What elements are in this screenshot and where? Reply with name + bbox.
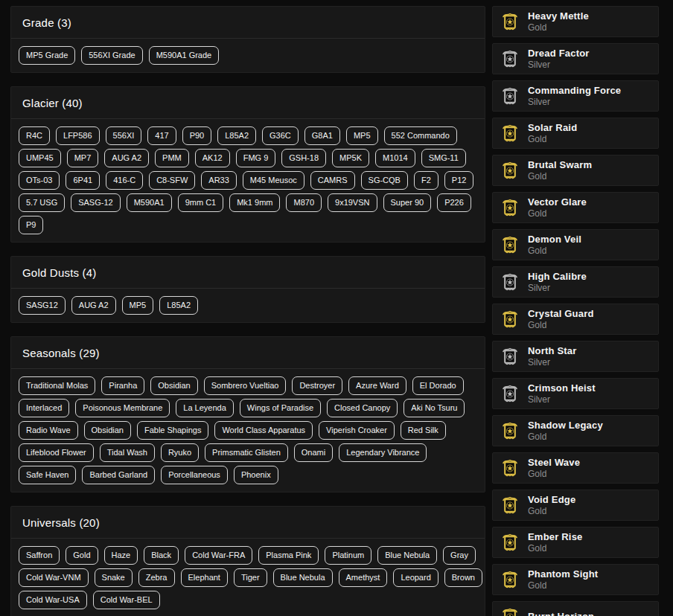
filter-chip[interactable]: Zebra [138, 568, 175, 587]
season-list-item[interactable]: Vector Glare Gold [492, 192, 659, 223]
filter-chip[interactable]: Black [144, 546, 179, 565]
filter-chip[interactable]: Wings of Paradise [240, 399, 321, 417]
filter-chip[interactable]: OTs-03 [19, 171, 60, 190]
filter-chip[interactable]: Blue Nebula [273, 568, 333, 587]
filter-chip[interactable]: Sombrero Vueltiao [204, 376, 287, 395]
filter-chip[interactable]: Piranha [101, 376, 144, 395]
filter-chip[interactable]: P12 [444, 171, 474, 190]
filter-chip[interactable]: M45 Meusoc [243, 171, 304, 190]
filter-chip[interactable]: Haze [104, 546, 138, 565]
filter-chip[interactable]: M590A1 [127, 193, 172, 212]
season-list-item[interactable]: Burnt Horizon [492, 601, 659, 616]
filter-chip[interactable]: 5.7 USG [19, 193, 65, 212]
season-list-item[interactable]: Phantom Sight Gold [492, 564, 659, 595]
filter-chip[interactable]: Blue Nebula [377, 546, 437, 565]
filter-chip[interactable]: Safe Haven [19, 466, 76, 484]
filter-chip[interactable]: Onami [294, 443, 333, 462]
filter-chip[interactable]: G36C [262, 126, 299, 145]
season-list-item[interactable]: Crystal Guard Gold [492, 304, 659, 335]
filter-chip[interactable]: G8A1 [304, 126, 340, 145]
filter-chip[interactable]: MP5 [346, 126, 378, 145]
filter-chip[interactable]: Primsmatic Glisten [205, 443, 288, 462]
filter-chip[interactable]: Poisonous Membrane [75, 399, 170, 417]
filter-chip[interactable]: CAMRS [310, 171, 355, 190]
filter-chip[interactable]: 552 Commando [384, 126, 457, 145]
filter-chip[interactable]: Legendary Vibrance [339, 443, 427, 462]
filter-chip[interactable]: Saffron [19, 546, 60, 565]
filter-chip[interactable]: L85A2 [217, 126, 256, 145]
filter-chip[interactable]: Plasma Pink [258, 546, 319, 565]
season-list-item[interactable]: Heavy Mettle Gold [492, 6, 659, 37]
filter-chip[interactable]: UMP45 [19, 149, 61, 167]
season-list-item[interactable]: Ember Rise Gold [492, 527, 659, 558]
filter-chip[interactable]: Leopard [393, 568, 438, 587]
season-list-item[interactable]: Crimson Heist Silver [492, 378, 659, 409]
filter-chip[interactable]: M870 [286, 193, 322, 212]
filter-chip[interactable]: El Dorado [412, 376, 464, 395]
filter-chip[interactable]: Lifeblood Flower [19, 443, 94, 462]
filter-chip[interactable]: M590A1 Grade [149, 46, 220, 65]
season-list-item[interactable]: Solar Raid Gold [492, 118, 659, 149]
filter-chip[interactable]: Ryuko [161, 443, 199, 462]
filter-chip[interactable]: AK12 [195, 149, 230, 167]
filter-chip[interactable]: R4C [19, 126, 50, 145]
filter-chip[interactable]: Cold War-BEL [93, 591, 160, 609]
filter-chip[interactable]: L85A2 [159, 296, 198, 315]
filter-chip[interactable]: M1014 [375, 149, 415, 167]
season-list-item[interactable]: Steel Wave Gold [492, 452, 659, 484]
filter-chip[interactable]: SMG-11 [421, 149, 466, 167]
filter-chip[interactable]: Cold War-FRA [185, 546, 252, 565]
filter-chip[interactable]: Barbed Garland [82, 466, 155, 484]
filter-chip[interactable]: PMM [155, 149, 189, 167]
filter-chip[interactable]: 556XI Grade [81, 46, 142, 65]
filter-chip[interactable]: Elephant [181, 568, 228, 587]
season-list-item[interactable]: Brutal Swarm Gold [492, 155, 659, 186]
filter-chip[interactable]: Azure Ward [348, 376, 406, 395]
filter-chip[interactable]: P226 [437, 193, 471, 212]
season-list-item[interactable]: Commanding Force Silver [492, 80, 659, 112]
filter-chip[interactable]: Phoenix [234, 466, 278, 484]
filter-chip[interactable]: Cold War-VNM [19, 568, 89, 587]
filter-chip[interactable]: 417 [147, 126, 176, 145]
filter-chip[interactable]: 9x19VSN [328, 193, 377, 212]
filter-chip[interactable]: LFP586 [56, 126, 100, 145]
filter-chip[interactable]: Aki No Tsuru [404, 399, 465, 417]
filter-chip[interactable]: 556XI [106, 126, 142, 145]
filter-chip[interactable]: Radio Wave [19, 421, 78, 440]
filter-chip[interactable]: AUG A2 [71, 296, 116, 315]
filter-chip[interactable]: F2 [414, 171, 438, 190]
season-list-item[interactable]: Dread Factor Silver [492, 43, 659, 74]
filter-chip[interactable]: MP5 [122, 296, 154, 315]
filter-chip[interactable]: Gray [443, 546, 476, 565]
filter-chip[interactable]: Gold [66, 546, 98, 565]
filter-chip[interactable]: Red Silk [401, 421, 446, 440]
filter-chip[interactable]: 6P41 [66, 171, 100, 190]
filter-chip[interactable]: AUG A2 [104, 149, 149, 167]
filter-chip[interactable]: Snake [95, 568, 133, 587]
filter-chip[interactable]: Tiger [234, 568, 267, 587]
season-list-item[interactable]: High Calibre Silver [492, 266, 659, 298]
filter-chip[interactable]: SG-CQB [361, 171, 408, 190]
filter-chip[interactable]: P90 [182, 126, 212, 145]
season-list-item[interactable]: Void Edge Gold [492, 490, 659, 521]
filter-chip[interactable]: 9mm C1 [178, 193, 224, 212]
filter-chip[interactable]: Mk1 9mm [229, 193, 280, 212]
filter-chip[interactable]: MP7 [67, 149, 99, 167]
filter-chip[interactable]: MP5 Grade [19, 46, 75, 65]
filter-chip[interactable]: FMG 9 [236, 149, 276, 167]
filter-chip[interactable]: SASG12 [19, 296, 66, 315]
season-list-item[interactable]: Shadow Legacy Gold [492, 415, 659, 446]
filter-chip[interactable]: Closed Canopy [327, 399, 398, 417]
filter-chip[interactable]: Fable Shapings [137, 421, 208, 440]
filter-chip[interactable]: Destroyer [292, 376, 342, 395]
filter-chip[interactable]: Traditional Molas [19, 376, 95, 395]
filter-chip[interactable]: Porcellaneous [161, 466, 228, 484]
filter-chip[interactable]: World Class Apparatus [214, 421, 313, 440]
season-list-item[interactable]: North Star Silver [492, 341, 659, 372]
filter-chip[interactable]: Cold War-USA [19, 591, 87, 609]
filter-chip[interactable]: Viperish Croaker [319, 421, 395, 440]
filter-chip[interactable]: C8-SFW [149, 171, 195, 190]
filter-chip[interactable]: Obsidian [84, 421, 131, 440]
filter-chip[interactable]: GSH-18 [281, 149, 326, 167]
filter-chip[interactable]: MP5K [332, 149, 369, 167]
